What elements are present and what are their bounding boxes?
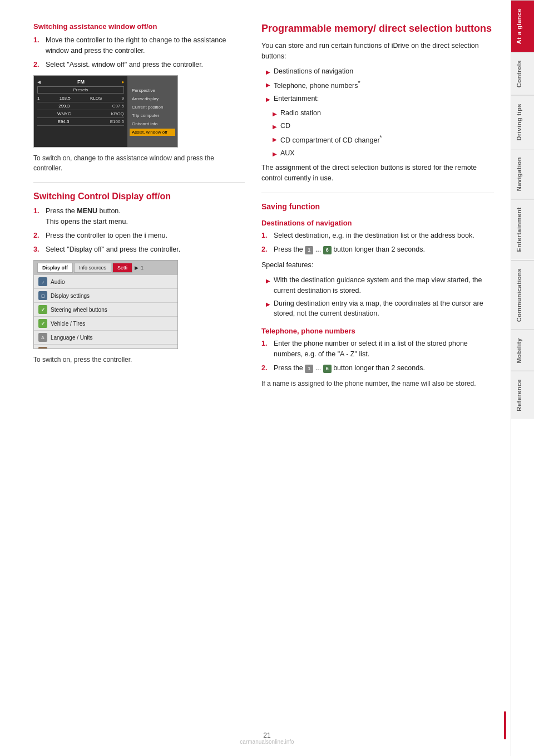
control-display-section: Switching Control Display off/on 1. Pres… xyxy=(33,192,245,365)
radio-row-1: 1 103.5 KLOS 9 xyxy=(37,96,124,102)
arrow-icon-3: ▶ xyxy=(266,95,270,104)
audio-label: Audio xyxy=(51,279,65,285)
sub-cd-text: CD xyxy=(280,121,290,131)
control-display-note: To switch on, press the controller. xyxy=(33,355,245,365)
page-number: 21 xyxy=(263,732,270,739)
radio-row-2: 299.3 C97.5 xyxy=(37,104,124,110)
language-label: Language / Units xyxy=(51,335,93,341)
sub-aux-text: AUX xyxy=(280,148,295,159)
radio-fm-label: FM xyxy=(77,79,85,85)
menu-item-perspective: Perspective xyxy=(130,87,175,94)
btn-tel-6: 6 xyxy=(323,365,332,374)
tel-text-1: Enter the phone number or select it in a… xyxy=(274,338,494,360)
btn-1: 1 xyxy=(305,246,313,255)
tab-mobility[interactable]: Mobility xyxy=(511,330,534,371)
steering-icon: ✔ xyxy=(38,305,47,314)
menu-item-trip: Trip computer xyxy=(130,112,175,119)
features-list: ▶ Destinations of navigation ▶ Telephone… xyxy=(261,66,494,104)
watermark: carmanualsonline.info xyxy=(240,739,294,745)
tel-step-1: 1. Enter the phone number or select it i… xyxy=(261,338,494,360)
sub-radio-text: Radio station xyxy=(280,108,321,119)
programmable-heading: Programmable memory/ direct selection bu… xyxy=(261,22,494,35)
divider-1 xyxy=(33,182,245,183)
saving-function-section: Saving function Destinations of navigati… xyxy=(261,202,494,389)
telephone-heading: Telephone, phone numbers xyxy=(261,327,494,335)
dest-num-1: 1. xyxy=(261,230,269,241)
settings-menu: Display off Info sources Setti ▶ 1 ♪ Aud… xyxy=(34,261,177,348)
right-column: Programmable memory/ direct selection bu… xyxy=(261,22,494,734)
tab-controls[interactable]: Controls xyxy=(511,52,534,95)
radio-row-4: E94.3 E100.5 xyxy=(37,119,124,126)
settings-item-audio: ♪ Audio xyxy=(34,275,177,289)
control-step-1: 1. Press the MENU button.This opens the … xyxy=(33,206,245,227)
tab-entertainment[interactable]: Entertainment xyxy=(511,199,534,259)
ctrl-step-num-3: 3. xyxy=(33,244,41,255)
feature-entertainment: ▶ Entertainment: xyxy=(266,94,494,104)
menu-item-assist: Assist. window off xyxy=(130,129,175,136)
settings-tab-setti: Setti xyxy=(112,263,132,273)
tab-communications[interactable]: Communications xyxy=(511,260,534,330)
sub-cd-changer: ▶ CD compartment of CD changer* xyxy=(273,134,494,146)
settings-top-bar: Display off Info sources Setti ▶ 1 xyxy=(34,261,177,275)
assistance-window-section: Switching assistance window off/on 1. Mo… xyxy=(33,22,245,365)
special-feature-2: ▶ During destination entry via a map, th… xyxy=(266,298,494,320)
tab-driving-tips[interactable]: Driving tips xyxy=(511,95,534,149)
time-icon: ◷ xyxy=(38,347,47,349)
dest-num-2: 2. xyxy=(261,244,269,255)
special-feature-1-text: With the destination guidance system and… xyxy=(274,275,494,296)
page-container: Switching assistance window off/on 1. Mo… xyxy=(0,0,534,756)
control-step-2: 2. Press the controller to open the i me… xyxy=(33,230,245,241)
radio-main-area: ◀ FM ● Presets 1 103.5 KLOS 9 xyxy=(34,76,127,147)
control-display-steps: 1. Press the MENU button.This opens the … xyxy=(33,206,245,254)
tel-text-2: Press the 1 ... 6 button longer than 2 s… xyxy=(274,363,425,374)
radio-right-menu: Perspective Arrow display Current positi… xyxy=(127,76,177,147)
tab-navigation[interactable]: Navigation xyxy=(511,149,534,199)
btn-tel-1: 1 xyxy=(305,365,313,374)
audio-icon: ♪ xyxy=(38,277,47,286)
menu-item-arrow: Arrow display xyxy=(130,95,175,102)
display-icon: ◻ xyxy=(38,291,47,300)
special-features-list: ▶ With the destination guidance system a… xyxy=(261,275,494,319)
steering-label: Steering wheel buttons xyxy=(51,307,107,313)
settings-screenshot: Display off Info sources Setti ▶ 1 ♪ Aud… xyxy=(33,260,178,349)
radio-screenshot: ◀ FM ● Presets 1 103.5 KLOS 9 xyxy=(33,75,178,148)
tab-at-a-glance[interactable]: At a glance xyxy=(511,0,534,52)
step-num-1: 1. xyxy=(33,35,41,56)
tel-step-2: 2. Press the 1 ... 6 button longer than … xyxy=(261,363,494,374)
special-feature-1: ▶ With the destination guidance system a… xyxy=(266,275,494,296)
ctrl-step-text-3: Select "Display off" and press the contr… xyxy=(46,244,180,255)
arrow-icon-1: ▶ xyxy=(266,68,270,77)
radio-presets: Presets xyxy=(37,86,124,94)
step-text-2: Select "Assist. window off" and press th… xyxy=(46,60,203,70)
sub-aux: ▶ AUX xyxy=(273,148,494,159)
sub-cd-changer-text: CD compartment of CD changer* xyxy=(280,134,382,146)
tab-reference[interactable]: Reference xyxy=(511,371,534,419)
destinations-nav-heading: Destinations of navigation xyxy=(261,219,494,227)
vehicle-label: Vehicle / Tires xyxy=(51,321,85,327)
assignment-note: The assignment of the direct selection b… xyxy=(261,163,494,184)
ctrl-step-num-2: 2. xyxy=(33,230,41,241)
ctrl-step-text-1: Press the MENU button.This opens the sta… xyxy=(46,206,128,227)
settings-tab-info: Info sources xyxy=(74,263,111,273)
feature-telephone-text: Telephone, phone numbers* xyxy=(274,79,360,91)
step-text-1: Move the controller to the right to chan… xyxy=(46,35,245,56)
programmable-intro: You can store and run certain functions … xyxy=(261,41,494,62)
feature-telephone: ▶ Telephone, phone numbers* xyxy=(266,79,494,91)
sub-arrow-3: ▶ xyxy=(273,135,277,146)
menu-item-onboard: Onboard info xyxy=(130,120,175,127)
control-display-heading: Switching Control Display off/on xyxy=(33,192,245,202)
assistance-window-heading: Switching assistance window off/on xyxy=(33,22,245,31)
settings-tab-display: Display off xyxy=(37,263,73,273)
settings-item-vehicle: ✔ Vehicle / Tires xyxy=(34,317,177,331)
destinations-steps: 1. Select destination, e.g. in the desti… xyxy=(261,230,494,255)
menu-item-current: Current position xyxy=(130,104,175,111)
assistance-steps-list: 1. Move the controller to the right to c… xyxy=(33,35,245,70)
left-column: Switching assistance window off/on 1. Mo… xyxy=(33,22,245,734)
feature-entertainment-text: Entertainment: xyxy=(274,94,319,104)
divider-2 xyxy=(261,193,494,193)
entertainment-sub-list: ▶ Radio station ▶ CD ▶ CD compartment of… xyxy=(261,108,494,158)
dest-text-2: Press the 1 ... 6 button longer than 2 s… xyxy=(274,244,425,255)
radio-top-bar: ◀ FM ● xyxy=(37,79,124,85)
assistance-step-2: 2. Select "Assist. window off" and press… xyxy=(33,60,245,70)
radio-row-3: WNYC KROQ xyxy=(37,111,124,118)
